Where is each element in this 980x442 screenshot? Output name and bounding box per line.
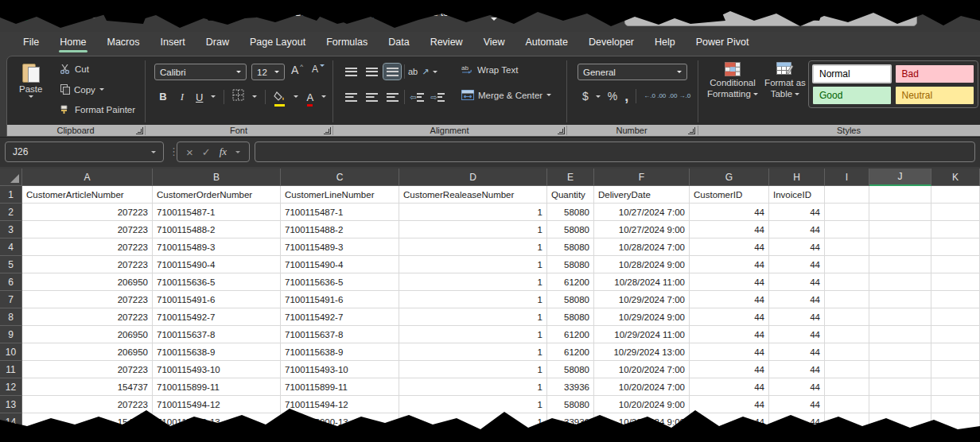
borders-button[interactable] bbox=[232, 89, 244, 104]
cell[interactable]: 10/20/2024 7:00 bbox=[594, 361, 690, 378]
cell[interactable]: 61200 bbox=[547, 326, 594, 343]
cell[interactable]: 7100115487-1 bbox=[281, 204, 399, 221]
underline-button[interactable]: U bbox=[196, 90, 203, 104]
cell[interactable] bbox=[869, 361, 931, 378]
cell[interactable]: 58080 bbox=[547, 238, 594, 256]
cell[interactable]: 207223 bbox=[22, 361, 153, 378]
cell[interactable]: 7100115899-11 bbox=[281, 378, 399, 396]
column-header-H[interactable]: H bbox=[769, 169, 825, 186]
cell[interactable] bbox=[931, 186, 980, 204]
cell[interactable]: 44 bbox=[690, 256, 769, 273]
cell[interactable]: 58080 bbox=[547, 291, 594, 308]
cell[interactable] bbox=[825, 273, 869, 291]
cell[interactable]: 207223 bbox=[22, 291, 153, 308]
row-header-3[interactable]: 3 bbox=[0, 221, 22, 238]
cell[interactable]: 44 bbox=[769, 221, 825, 238]
cell[interactable]: 44 bbox=[769, 238, 825, 256]
cell[interactable]: 7100115488-2 bbox=[281, 221, 399, 238]
cell[interactable]: 207223 bbox=[22, 308, 153, 326]
saved-status-chevron-icon[interactable] bbox=[491, 11, 497, 25]
cell[interactable] bbox=[869, 343, 931, 361]
cell[interactable] bbox=[869, 326, 931, 343]
cell[interactable]: 44 bbox=[769, 291, 825, 308]
column-header-K[interactable]: K bbox=[931, 169, 980, 186]
cell[interactable]: 7100115636-5 bbox=[153, 273, 281, 291]
tab-power-pivot[interactable]: Power Pivot bbox=[686, 33, 760, 53]
tab-home[interactable]: Home bbox=[49, 33, 96, 53]
cell[interactable]: 44 bbox=[769, 256, 825, 273]
cell[interactable] bbox=[825, 396, 869, 413]
cell[interactable]: 44 bbox=[690, 396, 769, 413]
style-chip-bad[interactable]: Bad bbox=[896, 65, 974, 83]
cell[interactable]: 7100115637-8 bbox=[153, 326, 281, 343]
font-name-combo[interactable]: Calibri bbox=[154, 64, 247, 80]
percent-button[interactable]: % bbox=[608, 90, 617, 103]
cell[interactable]: 7100115638-9 bbox=[153, 343, 281, 361]
cell[interactable] bbox=[931, 238, 980, 256]
middle-align-button[interactable] bbox=[363, 64, 380, 79]
cell[interactable]: InvoiceID bbox=[769, 186, 825, 204]
cell[interactable] bbox=[931, 361, 980, 378]
cell[interactable] bbox=[869, 204, 931, 221]
cell[interactable]: 33936 bbox=[547, 378, 594, 396]
cell[interactable]: 58080 bbox=[547, 256, 594, 273]
cell[interactable]: 44 bbox=[769, 396, 825, 413]
cell[interactable] bbox=[869, 273, 931, 291]
cell[interactable]: 1 bbox=[399, 204, 547, 221]
cell[interactable]: 10/29/2024 7:00 bbox=[594, 291, 690, 308]
tab-macros[interactable]: Macros bbox=[97, 33, 150, 53]
cell[interactable]: 7100115491-6 bbox=[281, 291, 399, 308]
cell[interactable]: 7100115489-3 bbox=[281, 238, 399, 256]
cell[interactable]: 44 bbox=[690, 413, 769, 431]
cell[interactable]: 7100115638-9 bbox=[281, 343, 399, 361]
cell[interactable] bbox=[931, 343, 980, 361]
increase-indent-button[interactable]: ⇨ bbox=[429, 89, 446, 105]
cell[interactable]: CustomerRealeaseNumber bbox=[399, 186, 547, 204]
font-dialog-launcher-icon[interactable] bbox=[324, 127, 331, 134]
fill-color-button[interactable] bbox=[274, 90, 286, 104]
tab-help[interactable]: Help bbox=[644, 33, 686, 53]
cell[interactable]: 7100115492-7 bbox=[281, 308, 399, 326]
row-header-14[interactable]: 14 bbox=[0, 413, 22, 431]
cell[interactable] bbox=[825, 361, 869, 378]
tab-formulas[interactable]: Formulas bbox=[316, 33, 378, 53]
cell[interactable]: 7100115490-4 bbox=[153, 256, 281, 273]
orientation-button[interactable]: ab↗ bbox=[408, 67, 438, 77]
cell[interactable] bbox=[825, 343, 869, 361]
cell[interactable] bbox=[825, 378, 869, 396]
cell[interactable]: 10/27/2024 9:00 bbox=[594, 221, 690, 238]
number-dialog-launcher-icon[interactable] bbox=[688, 127, 695, 134]
cell[interactable] bbox=[931, 308, 980, 326]
cell[interactable] bbox=[825, 256, 869, 273]
cell[interactable]: 1 bbox=[399, 238, 547, 256]
cell[interactable]: 44 bbox=[769, 273, 825, 291]
copy-button[interactable]: Copy bbox=[60, 84, 104, 95]
cell[interactable]: 1 bbox=[399, 343, 547, 361]
cell[interactable]: 7100115488-2 bbox=[153, 221, 281, 238]
align-left-button[interactable] bbox=[342, 89, 360, 105]
cell[interactable] bbox=[825, 291, 869, 308]
tab-automate[interactable]: Automate bbox=[515, 33, 579, 53]
cell[interactable]: 44 bbox=[690, 326, 769, 343]
cell[interactable]: 7100115493-10 bbox=[281, 361, 399, 378]
shrink-font-button[interactable]: A bbox=[312, 64, 327, 75]
fill-color-chevron-icon[interactable] bbox=[294, 95, 298, 98]
cell[interactable]: 58080 bbox=[547, 361, 594, 378]
style-chip-good[interactable]: Good bbox=[813, 87, 891, 104]
column-header-B[interactable]: B bbox=[153, 169, 281, 186]
tab-page-layout[interactable]: Page Layout bbox=[239, 33, 316, 53]
paste-button[interactable]: Paste bbox=[19, 62, 42, 98]
cell[interactable] bbox=[825, 204, 869, 221]
cell[interactable] bbox=[931, 291, 980, 308]
cell[interactable]: 44 bbox=[690, 361, 769, 378]
cell[interactable]: 7100115899-11 bbox=[153, 378, 281, 396]
cell[interactable]: 61200 bbox=[547, 273, 594, 291]
cell[interactable]: 207223 bbox=[22, 396, 153, 413]
tab-view[interactable]: View bbox=[473, 33, 515, 53]
cell[interactable]: 44 bbox=[690, 238, 769, 256]
cell[interactable]: 10/20/2024 9:00 bbox=[594, 396, 690, 413]
cell[interactable] bbox=[931, 204, 980, 221]
wrap-text-button[interactable]: ab Wrap Text bbox=[461, 64, 518, 75]
cell[interactable]: 58080 bbox=[547, 308, 594, 326]
format-painter-button[interactable]: Format Painter bbox=[60, 104, 135, 114]
